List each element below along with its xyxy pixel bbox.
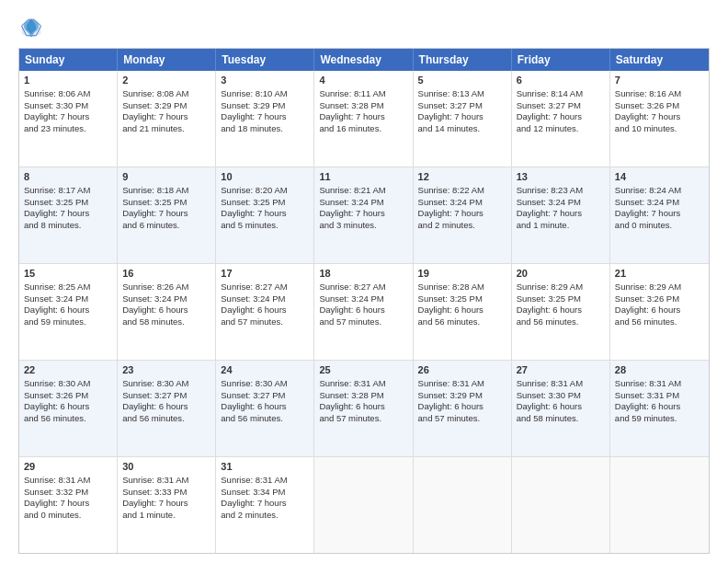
day-number: 11 xyxy=(319,170,407,184)
day-info: Sunrise: 8:29 AM Sunset: 3:25 PM Dayligh… xyxy=(517,282,583,327)
cal-cell: 17Sunrise: 8:27 AM Sunset: 3:24 PM Dayli… xyxy=(216,264,314,360)
day-info: Sunrise: 8:31 AM Sunset: 3:33 PM Dayligh… xyxy=(122,475,188,520)
day-number: 17 xyxy=(221,267,309,281)
cal-cell: 20Sunrise: 8:29 AM Sunset: 3:25 PM Dayli… xyxy=(512,264,610,360)
logo xyxy=(18,15,48,40)
day-info: Sunrise: 8:29 AM Sunset: 3:26 PM Dayligh… xyxy=(615,282,681,327)
day-number: 4 xyxy=(319,74,407,87)
day-info: Sunrise: 8:27 AM Sunset: 3:24 PM Dayligh… xyxy=(319,282,385,327)
day-number: 3 xyxy=(221,74,309,87)
day-info: Sunrise: 8:31 AM Sunset: 3:28 PM Dayligh… xyxy=(319,378,385,423)
day-info: Sunrise: 8:22 AM Sunset: 3:24 PM Dayligh… xyxy=(418,185,484,230)
header-cell-wednesday: Wednesday xyxy=(314,49,413,71)
calendar-body: 1Sunrise: 8:06 AM Sunset: 3:30 PM Daylig… xyxy=(19,71,709,553)
day-info: Sunrise: 8:08 AM Sunset: 3:29 PM Dayligh… xyxy=(122,88,188,133)
cal-cell: 19Sunrise: 8:28 AM Sunset: 3:25 PM Dayli… xyxy=(414,264,512,360)
page-header xyxy=(18,15,710,40)
day-info: Sunrise: 8:28 AM Sunset: 3:25 PM Dayligh… xyxy=(418,282,484,327)
cal-cell: 31Sunrise: 8:31 AM Sunset: 3:34 PM Dayli… xyxy=(216,457,314,553)
cal-cell: 15Sunrise: 8:25 AM Sunset: 3:24 PM Dayli… xyxy=(19,264,118,360)
cal-cell: 16Sunrise: 8:26 AM Sunset: 3:24 PM Dayli… xyxy=(118,264,216,360)
calendar: SundayMondayTuesdayWednesdayThursdayFrid… xyxy=(18,48,710,554)
day-number: 7 xyxy=(615,74,704,87)
day-number: 9 xyxy=(122,170,210,184)
day-number: 28 xyxy=(615,363,704,377)
day-info: Sunrise: 8:31 AM Sunset: 3:34 PM Dayligh… xyxy=(221,475,287,520)
day-info: Sunrise: 8:31 AM Sunset: 3:29 PM Dayligh… xyxy=(418,378,484,423)
cal-cell: 2Sunrise: 8:08 AM Sunset: 3:29 PM Daylig… xyxy=(118,71,216,167)
day-number: 19 xyxy=(418,267,506,281)
day-info: Sunrise: 8:06 AM Sunset: 3:30 PM Dayligh… xyxy=(24,88,90,133)
day-info: Sunrise: 8:18 AM Sunset: 3:25 PM Dayligh… xyxy=(122,185,188,230)
day-number: 25 xyxy=(319,363,407,377)
cal-cell: 24Sunrise: 8:30 AM Sunset: 3:27 PM Dayli… xyxy=(216,361,314,456)
cal-cell: 28Sunrise: 8:31 AM Sunset: 3:31 PM Dayli… xyxy=(610,361,709,456)
cal-cell: 22Sunrise: 8:30 AM Sunset: 3:26 PM Dayli… xyxy=(19,361,118,456)
cal-cell: 7Sunrise: 8:16 AM Sunset: 3:26 PM Daylig… xyxy=(610,71,709,167)
day-number: 24 xyxy=(221,363,309,377)
cal-cell: 14Sunrise: 8:24 AM Sunset: 3:24 PM Dayli… xyxy=(610,167,709,263)
day-number: 29 xyxy=(24,460,112,474)
day-info: Sunrise: 8:31 AM Sunset: 3:30 PM Dayligh… xyxy=(517,378,583,423)
cal-cell: 25Sunrise: 8:31 AM Sunset: 3:28 PM Dayli… xyxy=(314,361,413,456)
day-info: Sunrise: 8:26 AM Sunset: 3:24 PM Dayligh… xyxy=(122,282,188,327)
header-cell-monday: Monday xyxy=(118,49,216,71)
cal-cell: 18Sunrise: 8:27 AM Sunset: 3:24 PM Dayli… xyxy=(314,264,413,360)
cal-cell: 11Sunrise: 8:21 AM Sunset: 3:24 PM Dayli… xyxy=(314,167,413,263)
cal-cell xyxy=(610,457,709,553)
cal-cell: 23Sunrise: 8:30 AM Sunset: 3:27 PM Dayli… xyxy=(118,361,216,456)
day-info: Sunrise: 8:24 AM Sunset: 3:24 PM Dayligh… xyxy=(615,185,681,230)
cal-cell: 4Sunrise: 8:11 AM Sunset: 3:28 PM Daylig… xyxy=(314,71,413,167)
header-cell-tuesday: Tuesday xyxy=(216,49,314,71)
day-number: 20 xyxy=(517,267,605,281)
cal-cell: 30Sunrise: 8:31 AM Sunset: 3:33 PM Dayli… xyxy=(118,457,216,553)
cal-cell: 29Sunrise: 8:31 AM Sunset: 3:32 PM Dayli… xyxy=(19,457,118,553)
day-info: Sunrise: 8:14 AM Sunset: 3:27 PM Dayligh… xyxy=(517,88,583,133)
day-info: Sunrise: 8:23 AM Sunset: 3:24 PM Dayligh… xyxy=(517,185,583,230)
day-info: Sunrise: 8:31 AM Sunset: 3:31 PM Dayligh… xyxy=(615,378,681,423)
day-number: 26 xyxy=(418,363,506,377)
logo-icon xyxy=(18,15,44,40)
cal-cell: 10Sunrise: 8:20 AM Sunset: 3:25 PM Dayli… xyxy=(216,167,314,263)
header-cell-sunday: Sunday xyxy=(19,49,118,71)
cal-cell: 27Sunrise: 8:31 AM Sunset: 3:30 PM Dayli… xyxy=(512,361,610,456)
header-cell-saturday: Saturday xyxy=(610,49,709,71)
day-number: 14 xyxy=(615,170,704,184)
day-info: Sunrise: 8:25 AM Sunset: 3:24 PM Dayligh… xyxy=(24,282,90,327)
day-info: Sunrise: 8:30 AM Sunset: 3:27 PM Dayligh… xyxy=(221,378,287,423)
cal-cell: 8Sunrise: 8:17 AM Sunset: 3:25 PM Daylig… xyxy=(19,167,118,263)
cal-cell xyxy=(414,457,512,553)
cal-cell: 12Sunrise: 8:22 AM Sunset: 3:24 PM Dayli… xyxy=(414,167,512,263)
day-info: Sunrise: 8:13 AM Sunset: 3:27 PM Dayligh… xyxy=(418,88,484,133)
day-number: 31 xyxy=(221,460,309,474)
calendar-row-2: 8Sunrise: 8:17 AM Sunset: 3:25 PM Daylig… xyxy=(19,167,709,264)
calendar-row-5: 29Sunrise: 8:31 AM Sunset: 3:32 PM Dayli… xyxy=(19,457,709,553)
cal-cell: 5Sunrise: 8:13 AM Sunset: 3:27 PM Daylig… xyxy=(414,71,512,167)
day-number: 6 xyxy=(517,74,605,87)
day-info: Sunrise: 8:17 AM Sunset: 3:25 PM Dayligh… xyxy=(24,185,90,230)
day-number: 18 xyxy=(319,267,407,281)
day-number: 5 xyxy=(418,74,506,87)
header-cell-friday: Friday xyxy=(512,49,610,71)
cal-cell: 9Sunrise: 8:18 AM Sunset: 3:25 PM Daylig… xyxy=(118,167,216,263)
day-info: Sunrise: 8:31 AM Sunset: 3:32 PM Dayligh… xyxy=(24,475,90,520)
cal-cell xyxy=(512,457,610,553)
header-cell-thursday: Thursday xyxy=(414,49,512,71)
day-number: 1 xyxy=(24,74,112,87)
cal-cell: 13Sunrise: 8:23 AM Sunset: 3:24 PM Dayli… xyxy=(512,167,610,263)
day-info: Sunrise: 8:11 AM Sunset: 3:28 PM Dayligh… xyxy=(319,88,385,133)
day-info: Sunrise: 8:21 AM Sunset: 3:24 PM Dayligh… xyxy=(319,185,385,230)
day-info: Sunrise: 8:30 AM Sunset: 3:26 PM Dayligh… xyxy=(24,378,90,423)
cal-cell: 6Sunrise: 8:14 AM Sunset: 3:27 PM Daylig… xyxy=(512,71,610,167)
day-number: 21 xyxy=(615,267,704,281)
day-number: 22 xyxy=(24,363,112,377)
day-number: 16 xyxy=(122,267,210,281)
day-info: Sunrise: 8:16 AM Sunset: 3:26 PM Dayligh… xyxy=(615,88,681,133)
day-info: Sunrise: 8:27 AM Sunset: 3:24 PM Dayligh… xyxy=(221,282,287,327)
cal-cell: 3Sunrise: 8:10 AM Sunset: 3:29 PM Daylig… xyxy=(216,71,314,167)
cal-cell: 26Sunrise: 8:31 AM Sunset: 3:29 PM Dayli… xyxy=(414,361,512,456)
calendar-row-4: 22Sunrise: 8:30 AM Sunset: 3:26 PM Dayli… xyxy=(19,361,709,457)
cal-cell xyxy=(314,457,413,553)
day-number: 15 xyxy=(24,267,112,281)
day-number: 30 xyxy=(122,460,210,474)
